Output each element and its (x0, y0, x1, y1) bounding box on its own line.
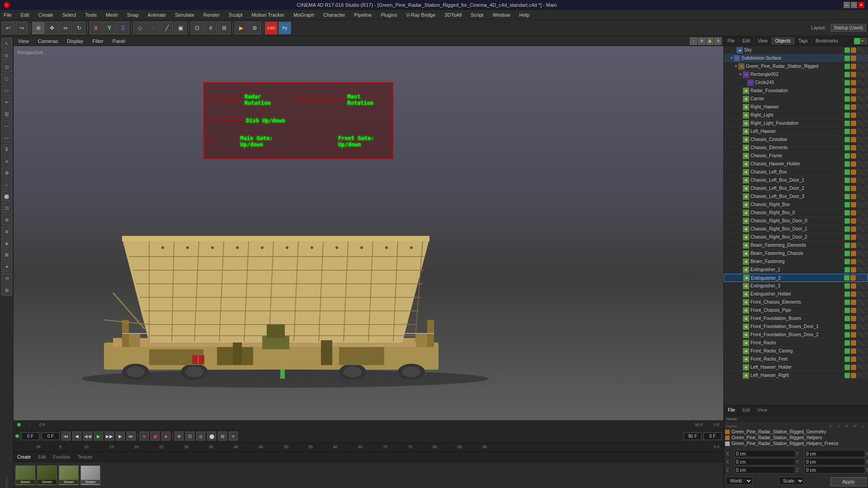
left-tool-12[interactable]: ✿ (1, 167, 12, 178)
axis-y-button[interactable]: Y (103, 22, 116, 34)
play-forward-button[interactable]: ▶▶ (105, 432, 114, 441)
obj-circle245[interactable]: ▶ ○ Circle245 (724, 79, 868, 87)
obj-item-front-foundation-boxes[interactable]: ▣Front_Foundation_Boxes (724, 314, 868, 323)
obj-item-left-hawser[interactable]: ▣Left_Hawser (724, 127, 868, 136)
obj-item-radar-foundation[interactable]: ▣Radar_Foundation (724, 87, 868, 95)
left-tool-22[interactable]: ⊞ (1, 285, 12, 296)
menu-file[interactable]: File (2, 11, 14, 19)
obj-item-chassis-left-box-door-2[interactable]: ▣Chassis_Left_Box_Door_2 (724, 184, 868, 192)
viewport-3d[interactable]: Perspective Radar Rotation Mast Rotation… (14, 46, 723, 429)
left-tool-21[interactable]: ⟲ (1, 273, 12, 284)
obj-item-chassis-right-box[interactable]: ▣Chassis_Right_Box (724, 201, 868, 209)
viewport-tab-panel[interactable]: Panel (110, 38, 128, 45)
obj-sub-vis[interactable] (844, 56, 850, 61)
menu-render[interactable]: Render (202, 11, 222, 19)
next-frame-button[interactable]: ▶ (116, 432, 125, 441)
viewport-tab-view[interactable]: View (15, 38, 32, 45)
select-tool[interactable]: ⊕ (32, 22, 45, 34)
pos2-y-input[interactable] (804, 458, 865, 465)
key-btn-6[interactable]: ≡ (229, 432, 238, 441)
br-item-1[interactable]: Green_Pine_Radar_Station_Rigged_Geometry (725, 429, 868, 434)
obj-item-chassis-left-box-door-3[interactable]: ▣Chassis_Left_Box_Door_3 (724, 192, 868, 201)
record-btn[interactable]: ● (140, 432, 149, 441)
materials-tab-texture[interactable]: Texture (76, 454, 94, 460)
left-tool-9[interactable]: — (1, 132, 12, 143)
rot3-z-input[interactable] (804, 466, 865, 474)
left-tool-3[interactable]: ⊡ (1, 61, 12, 72)
material-item-2[interactable]: Green (37, 465, 57, 485)
obj-rect-arrow[interactable]: ▼ (738, 72, 743, 77)
obj-rect-vis[interactable] (844, 72, 850, 77)
obj-item-carrier[interactable]: ▣Carrier (724, 95, 868, 103)
obj-panel-btn-1[interactable]: + (861, 38, 867, 44)
key-btn-3[interactable]: ◎ (196, 432, 205, 441)
obj-item-front-chassis-elements[interactable]: ▣Front_Chassis_Elements (724, 298, 868, 306)
material-item-3[interactable]: Green (59, 465, 79, 485)
obj-item-chassis-frame[interactable]: ▣Chassis_Frame (724, 152, 868, 160)
obj-item-front-chassis-pipe[interactable]: ▣Front_Chassis_Pipe (724, 306, 868, 314)
obj-subdivision[interactable]: ▼ ⬡ Subdivision Surface (724, 54, 868, 62)
obj-rect-render[interactable] (851, 72, 856, 77)
obj-item-front-racks[interactable]: ▣Front_Racks (724, 339, 868, 347)
menu-window[interactable]: Window (491, 11, 512, 19)
go-start-button[interactable]: ⏮ (61, 432, 71, 441)
left-tool-19[interactable]: ⌘ (1, 249, 12, 260)
menu-create[interactable]: Create (37, 11, 55, 19)
axis-x-button[interactable]: X (90, 22, 102, 34)
menu-tools[interactable]: Tools (83, 11, 99, 19)
move-tool[interactable]: ✥ (46, 22, 58, 34)
redo-button[interactable]: ↪ (15, 22, 28, 34)
left-tool-4[interactable]: ⬡ (1, 73, 12, 84)
right-tab-file[interactable]: File (724, 37, 739, 45)
key-btn-4[interactable]: ⬤ (207, 432, 216, 441)
key-btn-1[interactable]: ⊕ (175, 432, 184, 441)
material-item-4[interactable]: Green (80, 465, 100, 485)
menu-pipeline[interactable]: Pipeline (352, 11, 373, 19)
left-tool-16[interactable]: ⊕ (1, 214, 12, 225)
left-tool-14[interactable]: ⬤ (1, 191, 12, 202)
menu-plugins[interactable]: Plugins (379, 11, 399, 19)
close-button[interactable]: ✕ (858, 2, 864, 8)
layout-dropdown[interactable]: Startup (Used) (830, 24, 866, 32)
menu-3dtoall[interactable]: 3DToAll (443, 11, 463, 19)
pos-x-input[interactable] (734, 450, 795, 457)
left-tool-15[interactable]: ⊡ (1, 202, 12, 213)
br-tab-view[interactable]: View (755, 407, 769, 413)
viewport-split-icon[interactable]: ⊞ (698, 38, 705, 45)
left-tool-1[interactable]: ↖ (1, 38, 12, 49)
start-frame-display[interactable]: 0 F (42, 432, 60, 440)
materials-tab-function[interactable]: Function (51, 454, 72, 460)
left-tool-10[interactable]: $ (1, 144, 12, 155)
obj-item-front-racks-feet[interactable]: ▣Front_Racks_Feet (724, 355, 868, 363)
obj-item-extinguisher-holder[interactable]: ▣Extinguisher_Holder (724, 290, 868, 298)
menu-motion-tracker[interactable]: Motion Tracker (250, 11, 286, 19)
obj-item-chassis-right-box-door-0[interactable]: ▣Chassis_Right_Box_Door_0 (724, 217, 868, 225)
obj-radar-arrow[interactable]: ▼ (734, 64, 738, 69)
left-tool-18[interactable]: ◈ (1, 238, 12, 249)
obj-item-chassis-crossbar[interactable]: ▣Chassis_Crossbar (724, 136, 868, 144)
obj-sub-render[interactable] (851, 56, 856, 61)
undo-button[interactable]: ↩ (2, 22, 14, 34)
left-tool-6[interactable]: ✏ (1, 97, 12, 108)
grid-button[interactable]: # (204, 22, 217, 34)
br-tab-edit[interactable]: Edit (741, 407, 752, 413)
right-tab-objects[interactable]: Objects (772, 37, 795, 45)
obj-radar-vis[interactable] (844, 64, 850, 69)
pos-y-input[interactable] (804, 450, 865, 457)
menu-animate[interactable]: Animate (146, 11, 168, 19)
menu-simulate[interactable]: Simulate (173, 11, 196, 19)
menu-select[interactable]: Select (61, 11, 78, 19)
menu-help[interactable]: Help (518, 11, 532, 19)
edges-mode[interactable]: ╱ (160, 22, 173, 34)
obj-rectangle002[interactable]: ▼ ▭ Rectangle002 (724, 70, 868, 79)
obj-item-chassis-right-box-door-1[interactable]: ▣Chassis_Right_Box_Door_1 (724, 225, 868, 233)
obj-item-extinguisher-3[interactable]: ▣Extinguisher_3 (724, 282, 868, 290)
axis-z-button[interactable]: Z (117, 22, 129, 34)
prev-frame-button[interactable]: ◀ (72, 432, 81, 441)
obj-item-chassis-right-box-0[interactable]: ▣Chassis_Right_Box_0 (724, 209, 868, 217)
menu-mesh[interactable]: Mesh (104, 11, 120, 19)
pos2-x-input[interactable] (734, 458, 795, 465)
menu-edit[interactable]: Edit (19, 11, 31, 19)
obj-circ-render[interactable] (851, 80, 856, 85)
br-tab-file[interactable]: File (726, 407, 737, 413)
